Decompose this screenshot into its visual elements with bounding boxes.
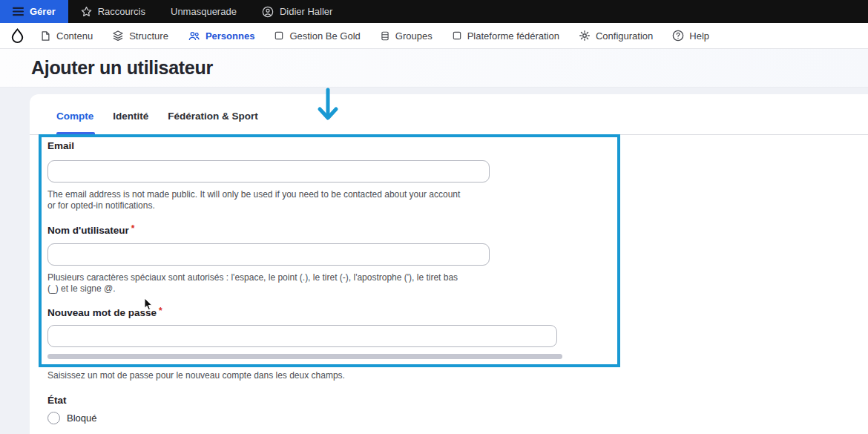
menu-item-label: Structure bbox=[129, 30, 168, 42]
menu-item-label: Personnes bbox=[206, 30, 254, 42]
admin-toolbar: Gérer Raccourcis Unmasquerade Didier Hal… bbox=[0, 0, 868, 23]
tabs-divider bbox=[30, 134, 868, 135]
form-tabs: Compte Identité Fédération & Sport bbox=[56, 111, 258, 122]
username-label: Nom d'utilisateur* bbox=[47, 223, 134, 236]
email-description: The email address is not made public. It… bbox=[47, 189, 463, 211]
drupal-droplet-logo[interactable] bbox=[0, 27, 26, 45]
username-description: Plusieurs caractères spéciaux sont autor… bbox=[47, 272, 467, 295]
toolbar-item-raccourcis[interactable]: Raccourcis bbox=[68, 0, 158, 23]
toolbar-item-label: Raccourcis bbox=[98, 6, 145, 17]
menu-item-label: Configuration bbox=[596, 30, 653, 42]
toolbar-item-user-account[interactable]: Didier Haller bbox=[249, 0, 346, 23]
square-icon bbox=[452, 30, 462, 41]
radio-button-bloque[interactable] bbox=[47, 412, 60, 424]
layers-icon bbox=[112, 30, 124, 42]
menu-item-structure[interactable]: Structure bbox=[102, 23, 178, 48]
menu-item-label: Gestion Be Gold bbox=[289, 30, 360, 42]
help-circle-icon bbox=[672, 30, 684, 42]
square-icon bbox=[274, 30, 284, 41]
people-icon bbox=[188, 30, 200, 42]
menu-item-configuration[interactable]: Configuration bbox=[569, 23, 662, 48]
menu-item-help[interactable]: Help bbox=[662, 23, 719, 48]
page-header: Ajouter un utilisateur bbox=[0, 49, 868, 88]
email-label: Email bbox=[47, 140, 74, 151]
status-label: État bbox=[47, 395, 67, 406]
menu-item-plateforme-federation[interactable]: Plateforme fédération bbox=[442, 23, 569, 48]
password-strength-bar bbox=[47, 354, 562, 359]
new-password-label: Nouveau mot de passe* bbox=[47, 306, 162, 318]
menu-icon bbox=[13, 7, 24, 16]
tab-identite[interactable]: Identité bbox=[113, 111, 148, 122]
menu-item-label: Groupes bbox=[395, 30, 433, 42]
password-description: Saisissez un mot de passe pour le nouvea… bbox=[47, 370, 567, 381]
user-circle-icon bbox=[262, 6, 274, 18]
username-input[interactable] bbox=[47, 243, 490, 266]
toolbar-item-label: Gérer bbox=[30, 6, 56, 17]
menu-item-gestion-be-gold[interactable]: Gestion Be Gold bbox=[264, 23, 369, 48]
email-input[interactable] bbox=[47, 160, 490, 183]
star-icon bbox=[81, 6, 92, 17]
document-icon bbox=[40, 30, 51, 42]
new-password-input[interactable] bbox=[47, 325, 557, 347]
toolbar-item-unmasquerade[interactable]: Unmasquerade bbox=[158, 0, 249, 23]
toolbar-item-label: Didier Haller bbox=[280, 6, 333, 17]
menu-item-label: Plateforme fédération bbox=[467, 30, 559, 42]
menu-item-personnes[interactable]: Personnes bbox=[178, 23, 264, 48]
toolbar-item-gerer[interactable]: Gérer bbox=[0, 0, 68, 23]
tab-federation-sport[interactable]: Fédération & Sport bbox=[168, 111, 258, 122]
page-title: Ajouter un utilisateur bbox=[0, 49, 868, 79]
status-option-bloque: Bloqué bbox=[47, 412, 96, 424]
active-tab-underline bbox=[56, 132, 95, 135]
gear-icon bbox=[579, 30, 591, 42]
admin-menu-bar: Contenu Structure Personnes Gestion Be G… bbox=[0, 23, 868, 49]
required-asterisk: * bbox=[131, 223, 135, 234]
content-card: Compte Identité Fédération & Sport Email… bbox=[30, 94, 868, 434]
required-asterisk: * bbox=[159, 306, 162, 316]
menu-item-label: Contenu bbox=[56, 30, 93, 42]
menu-item-contenu[interactable]: Contenu bbox=[30, 23, 102, 48]
menu-item-label: Help bbox=[689, 30, 709, 42]
radio-label: Bloqué bbox=[67, 412, 96, 424]
tab-compte[interactable]: Compte bbox=[56, 111, 93, 122]
database-icon bbox=[380, 30, 390, 42]
toolbar-item-label: Unmasquerade bbox=[171, 6, 237, 17]
menu-item-groupes[interactable]: Groupes bbox=[370, 23, 442, 48]
